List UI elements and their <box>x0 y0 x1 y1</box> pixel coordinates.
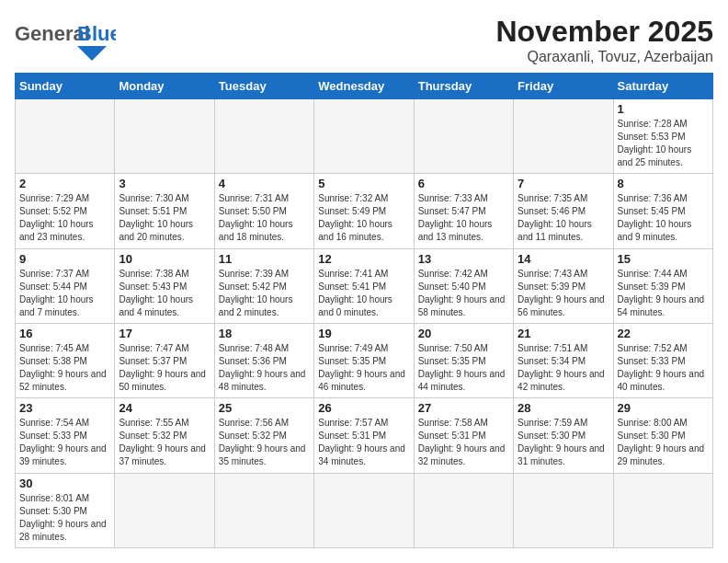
day-number: 26 <box>318 401 409 415</box>
day-info: Sunrise: 7:28 AM Sunset: 5:53 PM Dayligh… <box>618 118 709 169</box>
logo: General Blue <box>15 15 116 61</box>
calendar-title: November 2025 <box>495 15 713 49</box>
day-number: 5 <box>318 177 409 190</box>
calendar-cell: 8Sunrise: 7:36 AM Sunset: 5:45 PM Daylig… <box>613 174 712 248</box>
calendar-cell <box>214 473 313 547</box>
day-number: 9 <box>19 252 110 266</box>
day-number: 17 <box>119 327 210 340</box>
calendar-cell: 18Sunrise: 7:48 AM Sunset: 5:36 PM Dayli… <box>214 323 313 397</box>
calendar-cell: 25Sunrise: 7:56 AM Sunset: 5:32 PM Dayli… <box>214 398 313 473</box>
day-info: Sunrise: 7:47 AM Sunset: 5:37 PM Dayligh… <box>119 342 210 394</box>
day-number: 25 <box>219 401 310 415</box>
day-number: 11 <box>219 252 310 266</box>
day-number: 23 <box>19 401 110 415</box>
week-row-1: 2Sunrise: 7:29 AM Sunset: 5:52 PM Daylig… <box>16 174 713 248</box>
calendar-cell <box>314 473 414 547</box>
day-info: Sunrise: 7:57 AM Sunset: 5:31 PM Dayligh… <box>318 417 409 468</box>
day-number: 28 <box>518 401 609 415</box>
day-number: 8 <box>618 177 709 190</box>
header-friday: Friday <box>514 74 613 99</box>
day-number: 14 <box>518 252 609 266</box>
day-info: Sunrise: 7:41 AM Sunset: 5:41 PM Dayligh… <box>318 268 409 319</box>
calendar-subtitle: Qaraxanli, Tovuz, Azerbaijan <box>495 49 713 65</box>
calendar-cell <box>613 473 712 547</box>
day-number: 27 <box>418 401 509 415</box>
calendar-cell: 22Sunrise: 7:52 AM Sunset: 5:33 PM Dayli… <box>613 323 712 397</box>
day-info: Sunrise: 7:38 AM Sunset: 5:43 PM Dayligh… <box>119 268 210 319</box>
day-number: 24 <box>119 401 210 415</box>
day-number: 16 <box>19 327 110 340</box>
day-info: Sunrise: 7:52 AM Sunset: 5:33 PM Dayligh… <box>618 342 709 394</box>
day-info: Sunrise: 7:50 AM Sunset: 5:35 PM Dayligh… <box>418 342 509 394</box>
day-number: 21 <box>518 327 609 340</box>
week-row-2: 9Sunrise: 7:37 AM Sunset: 5:44 PM Daylig… <box>16 248 713 323</box>
day-number: 2 <box>19 177 110 190</box>
calendar-cell: 24Sunrise: 7:55 AM Sunset: 5:32 PM Dayli… <box>115 398 214 473</box>
calendar-cell: 1Sunrise: 7:28 AM Sunset: 5:53 PM Daylig… <box>613 99 712 174</box>
calendar-cell: 12Sunrise: 7:41 AM Sunset: 5:41 PM Dayli… <box>314 248 414 323</box>
day-number: 4 <box>219 177 310 190</box>
day-info: Sunrise: 7:32 AM Sunset: 5:49 PM Dayligh… <box>318 192 409 244</box>
calendar-cell: 3Sunrise: 7:30 AM Sunset: 5:51 PM Daylig… <box>115 174 214 248</box>
day-info: Sunrise: 7:54 AM Sunset: 5:33 PM Dayligh… <box>19 417 110 468</box>
logo-svg: General Blue <box>15 15 116 61</box>
calendar-cell: 29Sunrise: 8:00 AM Sunset: 5:30 PM Dayli… <box>613 398 712 473</box>
day-number: 12 <box>318 252 409 266</box>
header-sunday: Sunday <box>16 74 115 99</box>
calendar-header-row: Sunday Monday Tuesday Wednesday Thursday… <box>16 74 713 99</box>
calendar-cell: 26Sunrise: 7:57 AM Sunset: 5:31 PM Dayli… <box>314 398 414 473</box>
calendar-cell <box>16 99 115 174</box>
calendar-cell <box>414 473 513 547</box>
calendar-cell <box>314 99 414 174</box>
calendar-cell: 5Sunrise: 7:32 AM Sunset: 5:49 PM Daylig… <box>314 174 414 248</box>
day-info: Sunrise: 7:30 AM Sunset: 5:51 PM Dayligh… <box>119 192 210 244</box>
day-info: Sunrise: 7:29 AM Sunset: 5:52 PM Dayligh… <box>19 192 110 244</box>
calendar-cell: 19Sunrise: 7:49 AM Sunset: 5:35 PM Dayli… <box>314 323 414 397</box>
day-info: Sunrise: 8:00 AM Sunset: 5:30 PM Dayligh… <box>618 417 709 468</box>
day-info: Sunrise: 7:55 AM Sunset: 5:32 PM Dayligh… <box>119 417 210 468</box>
svg-text:Blue: Blue <box>77 22 116 45</box>
calendar-table: Sunday Monday Tuesday Wednesday Thursday… <box>15 73 713 548</box>
day-info: Sunrise: 7:31 AM Sunset: 5:50 PM Dayligh… <box>219 192 310 244</box>
header-wednesday: Wednesday <box>314 74 414 99</box>
calendar-cell <box>414 99 513 174</box>
day-number: 10 <box>119 252 210 266</box>
week-row-3: 16Sunrise: 7:45 AM Sunset: 5:38 PM Dayli… <box>16 323 713 397</box>
day-number: 29 <box>618 401 709 415</box>
header-tuesday: Tuesday <box>214 74 313 99</box>
calendar-cell: 21Sunrise: 7:51 AM Sunset: 5:34 PM Dayli… <box>514 323 613 397</box>
calendar-cell: 9Sunrise: 7:37 AM Sunset: 5:44 PM Daylig… <box>16 248 115 323</box>
day-number: 20 <box>418 327 509 340</box>
week-row-0: 1Sunrise: 7:28 AM Sunset: 5:53 PM Daylig… <box>16 99 713 174</box>
day-info: Sunrise: 7:44 AM Sunset: 5:39 PM Dayligh… <box>618 268 709 319</box>
day-info: Sunrise: 7:37 AM Sunset: 5:44 PM Dayligh… <box>19 268 110 319</box>
day-info: Sunrise: 7:33 AM Sunset: 5:47 PM Dayligh… <box>418 192 509 244</box>
day-info: Sunrise: 7:43 AM Sunset: 5:39 PM Dayligh… <box>518 268 609 319</box>
day-info: Sunrise: 7:36 AM Sunset: 5:45 PM Dayligh… <box>618 192 709 244</box>
day-info: Sunrise: 7:48 AM Sunset: 5:36 PM Dayligh… <box>219 342 310 394</box>
day-info: Sunrise: 7:56 AM Sunset: 5:32 PM Dayligh… <box>219 417 310 468</box>
calendar-cell: 11Sunrise: 7:39 AM Sunset: 5:42 PM Dayli… <box>214 248 313 323</box>
day-info: Sunrise: 7:49 AM Sunset: 5:35 PM Dayligh… <box>318 342 409 394</box>
day-number: 7 <box>518 177 609 190</box>
day-info: Sunrise: 7:42 AM Sunset: 5:40 PM Dayligh… <box>418 268 509 319</box>
calendar-cell <box>214 99 313 174</box>
title-section: November 2025 Qaraxanli, Tovuz, Azerbaij… <box>495 15 713 65</box>
calendar-cell: 20Sunrise: 7:50 AM Sunset: 5:35 PM Dayli… <box>414 323 513 397</box>
day-number: 13 <box>418 252 509 266</box>
day-info: Sunrise: 7:39 AM Sunset: 5:42 PM Dayligh… <box>219 268 310 319</box>
header-thursday: Thursday <box>414 74 513 99</box>
calendar-cell: 2Sunrise: 7:29 AM Sunset: 5:52 PM Daylig… <box>16 174 115 248</box>
week-row-4: 23Sunrise: 7:54 AM Sunset: 5:33 PM Dayli… <box>16 398 713 473</box>
day-number: 22 <box>618 327 709 340</box>
day-number: 15 <box>618 252 709 266</box>
day-number: 3 <box>119 177 210 190</box>
calendar-cell: 23Sunrise: 7:54 AM Sunset: 5:33 PM Dayli… <box>16 398 115 473</box>
calendar-cell <box>514 99 613 174</box>
calendar-cell <box>514 473 613 547</box>
day-number: 6 <box>418 177 509 190</box>
calendar-cell: 4Sunrise: 7:31 AM Sunset: 5:50 PM Daylig… <box>214 174 313 248</box>
calendar-cell <box>115 473 214 547</box>
header-monday: Monday <box>115 74 214 99</box>
day-number: 30 <box>19 477 110 490</box>
